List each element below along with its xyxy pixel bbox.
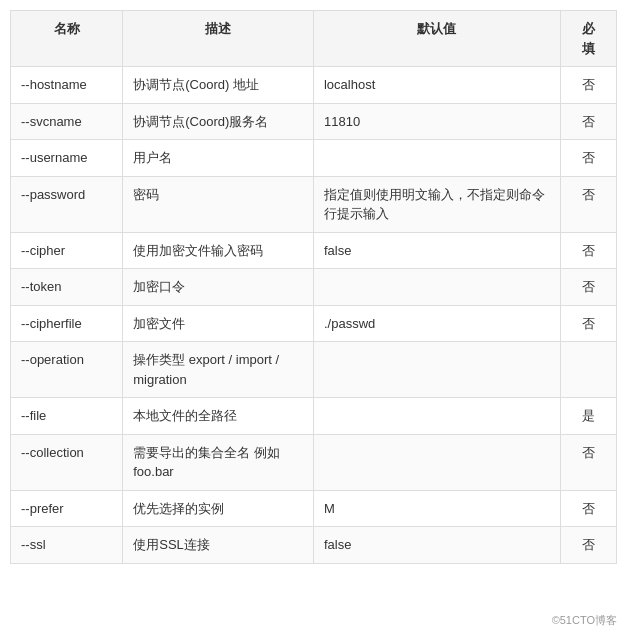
header-name: 名称 <box>11 11 123 67</box>
cell-description: 协调节点(Coord) 地址 <box>123 67 314 104</box>
cell-required: 否 <box>560 527 616 564</box>
cell-description: 协调节点(Coord)服务名 <box>123 103 314 140</box>
table-row: --cipherfile加密文件./passwd否 <box>11 305 617 342</box>
cell-name: --collection <box>11 434 123 490</box>
table-row: --cipher使用加密文件输入密码false否 <box>11 232 617 269</box>
main-container: 名称 描述 默认值 必填 --hostname协调节点(Coord) 地址loc… <box>0 0 627 636</box>
cell-description: 用户名 <box>123 140 314 177</box>
cell-name: --password <box>11 176 123 232</box>
table-row: --file本地文件的全路径是 <box>11 398 617 435</box>
table-row: --prefer优先选择的实例M否 <box>11 490 617 527</box>
cell-required: 否 <box>560 103 616 140</box>
cell-required <box>560 342 616 398</box>
table-row: --operation操作类型 export / import / migrat… <box>11 342 617 398</box>
table-row: --username用户名否 <box>11 140 617 177</box>
cell-default: localhost <box>313 67 560 104</box>
header-default: 默认值 <box>313 11 560 67</box>
cell-description: 加密文件 <box>123 305 314 342</box>
cell-description: 本地文件的全路径 <box>123 398 314 435</box>
cell-required: 否 <box>560 140 616 177</box>
table-row: --token加密口令否 <box>11 269 617 306</box>
watermark: ©51CTO博客 <box>552 613 617 628</box>
cell-required: 否 <box>560 232 616 269</box>
table-header-row: 名称 描述 默认值 必填 <box>11 11 617 67</box>
cell-name: --prefer <box>11 490 123 527</box>
cell-default: 指定值则使用明文输入，不指定则命令行提示输入 <box>313 176 560 232</box>
cell-name: --cipherfile <box>11 305 123 342</box>
cell-description: 操作类型 export / import / migration <box>123 342 314 398</box>
table-row: --password密码指定值则使用明文输入，不指定则命令行提示输入否 <box>11 176 617 232</box>
cell-name: --file <box>11 398 123 435</box>
table-row: --collection需要导出的集合全名 例如 foo.bar否 <box>11 434 617 490</box>
table-row: --hostname协调节点(Coord) 地址localhost否 <box>11 67 617 104</box>
cell-default <box>313 342 560 398</box>
cell-description: 使用SSL连接 <box>123 527 314 564</box>
params-table: 名称 描述 默认值 必填 --hostname协调节点(Coord) 地址loc… <box>10 10 617 564</box>
cell-name: --token <box>11 269 123 306</box>
cell-default: ./passwd <box>313 305 560 342</box>
cell-default <box>313 140 560 177</box>
cell-required: 否 <box>560 434 616 490</box>
cell-description: 密码 <box>123 176 314 232</box>
cell-required: 否 <box>560 305 616 342</box>
table-row: --svcname协调节点(Coord)服务名11810否 <box>11 103 617 140</box>
cell-required: 否 <box>560 269 616 306</box>
cell-name: --username <box>11 140 123 177</box>
cell-name: --cipher <box>11 232 123 269</box>
header-description: 描述 <box>123 11 314 67</box>
cell-name: --ssl <box>11 527 123 564</box>
cell-default: false <box>313 232 560 269</box>
cell-default <box>313 398 560 435</box>
cell-default <box>313 434 560 490</box>
cell-name: --operation <box>11 342 123 398</box>
cell-required: 否 <box>560 176 616 232</box>
header-required: 必填 <box>560 11 616 67</box>
cell-name: --hostname <box>11 67 123 104</box>
table-row: --ssl使用SSL连接false否 <box>11 527 617 564</box>
cell-description: 加密口令 <box>123 269 314 306</box>
table-body: --hostname协调节点(Coord) 地址localhost否--svcn… <box>11 67 617 564</box>
cell-default: false <box>313 527 560 564</box>
cell-default <box>313 269 560 306</box>
cell-description: 需要导出的集合全名 例如 foo.bar <box>123 434 314 490</box>
cell-required: 否 <box>560 67 616 104</box>
cell-description: 使用加密文件输入密码 <box>123 232 314 269</box>
cell-name: --svcname <box>11 103 123 140</box>
cell-default: 11810 <box>313 103 560 140</box>
cell-default: M <box>313 490 560 527</box>
cell-required: 是 <box>560 398 616 435</box>
cell-description: 优先选择的实例 <box>123 490 314 527</box>
cell-required: 否 <box>560 490 616 527</box>
